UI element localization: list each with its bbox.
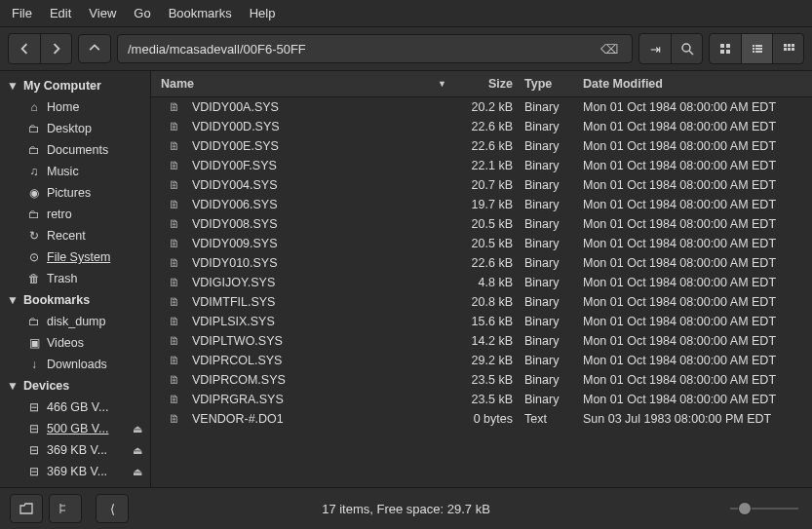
- file-row[interactable]: 🗎VDIDY008.SYS20.5 kBBinaryMon 01 Oct 198…: [151, 214, 812, 234]
- folder-icon: 🗀: [27, 143, 41, 157]
- eject-icon[interactable]: ⏏: [133, 423, 142, 435]
- clear-path-icon[interactable]: ⌫: [597, 42, 622, 57]
- file-row[interactable]: 🗎VDIGIJOY.SYS4.8 kBBinaryMon 01 Oct 1984…: [151, 273, 812, 292]
- file-type: Binary: [524, 393, 583, 406]
- tree-button[interactable]: [49, 494, 82, 523]
- sidebar-item-devices-0[interactable]: ⊟466 GB V...: [0, 397, 150, 418]
- sidebar-item-label: Trash: [47, 272, 78, 285]
- svg-rect-9: [755, 48, 762, 50]
- svg-rect-4: [720, 50, 724, 54]
- sidebar-item-label: 369 KB V...: [47, 443, 107, 457]
- file-icon: 🗎: [169, 393, 184, 406]
- file-row[interactable]: 🗎VDIPLTWO.SYS14.2 kBBinaryMon 01 Oct 198…: [151, 331, 812, 351]
- places-button[interactable]: [10, 494, 43, 523]
- icon-view-button[interactable]: [710, 34, 741, 63]
- file-row[interactable]: 🗎VDIDY009.SYS20.5 kBBinaryMon 01 Oct 198…: [151, 234, 812, 253]
- file-row[interactable]: 🗎VDIPRCOM.SYS23.5 kBBinaryMon 01 Oct 198…: [151, 370, 812, 390]
- sidebar-item-mycomputer-6[interactable]: ↻Recent: [0, 225, 150, 246]
- zoom-slider[interactable]: [730, 508, 798, 510]
- menu-file[interactable]: File: [12, 6, 32, 20]
- svg-rect-2: [720, 44, 724, 48]
- menu-help[interactable]: Help: [250, 6, 276, 20]
- file-row[interactable]: 🗎VDIDY00A.SYS20.2 kBBinaryMon 01 Oct 198…: [151, 97, 812, 117]
- music-icon: ♫: [27, 165, 41, 178]
- menu-edit[interactable]: Edit: [50, 6, 71, 20]
- home-icon: ⌂: [27, 100, 41, 114]
- sidebar-item-bookmarks-2[interactable]: ↓Downloads: [0, 354, 150, 375]
- column-size[interactable]: Size: [456, 77, 524, 91]
- file-row[interactable]: 🗎VDIPRGRA.SYS23.5 kBBinaryMon 01 Oct 198…: [151, 390, 812, 409]
- compact-view-button[interactable]: [772, 34, 803, 63]
- eject-icon[interactable]: ⏏: [133, 444, 142, 457]
- sidebar-item-mycomputer-5[interactable]: 🗀retro: [0, 204, 150, 225]
- search-button[interactable]: [671, 34, 702, 63]
- file-row[interactable]: 🗎VDIMTFIL.SYS20.8 kBBinaryMon 01 Oct 198…: [151, 292, 812, 312]
- sidebar-item-devices-2[interactable]: ⊟369 KB V...⏏: [0, 439, 150, 461]
- file-type: Binary: [524, 237, 583, 250]
- location-bar[interactable]: /media/mcasadevall/00F6-50FF ⌫: [117, 34, 633, 63]
- drive-icon: ⊟: [27, 443, 41, 457]
- file-size: 15.6 kB: [456, 315, 524, 328]
- file-size: 22.6 kB: [456, 120, 524, 133]
- sidebar-item-bookmarks-0[interactable]: 🗀disk_dump: [0, 311, 150, 332]
- file-name: VDIDY010.SYS: [192, 256, 456, 270]
- file-size: 20.7 kB: [456, 178, 524, 192]
- file-name: VDIDY00E.SYS: [192, 139, 456, 153]
- file-date: Mon 01 Oct 1984 08:00:00 AM EDT: [583, 295, 802, 309]
- file-row[interactable]: 🗎VDIDY006.SYS19.7 kBBinaryMon 01 Oct 198…: [151, 195, 812, 214]
- sidebar-section-devices[interactable]: ▼Devices: [0, 375, 150, 397]
- svg-rect-16: [788, 48, 791, 51]
- menu-view[interactable]: View: [89, 6, 116, 20]
- menu-bookmarks[interactable]: Bookmarks: [169, 6, 232, 20]
- file-icon: 🗎: [169, 295, 184, 309]
- file-row[interactable]: 🗎VDIPLSIX.SYS15.6 kBBinaryMon 01 Oct 198…: [151, 312, 812, 331]
- recent-icon: ↻: [27, 229, 41, 243]
- svg-rect-7: [755, 45, 762, 47]
- file-row[interactable]: 🗎VDIDY00E.SYS22.6 kBBinaryMon 01 Oct 198…: [151, 136, 812, 156]
- sidebar-item-label: retro: [47, 208, 72, 221]
- file-icon: 🗎: [169, 139, 184, 153]
- sidebar-item-mycomputer-0[interactable]: ⌂Home: [0, 96, 150, 118]
- file-row[interactable]: 🗎VENDOR-#.DO10 bytesTextSun 03 Jul 1983 …: [151, 409, 812, 429]
- path-text: /media/mcasadevall/00F6-50FF: [128, 42, 597, 57]
- file-list[interactable]: 🗎VDIDY00A.SYS20.2 kBBinaryMon 01 Oct 198…: [151, 97, 812, 487]
- disk-icon: ⊙: [27, 250, 41, 264]
- file-row[interactable]: 🗎VDIDY00D.SYS22.6 kBBinaryMon 01 Oct 198…: [151, 117, 812, 136]
- forward-button[interactable]: [40, 34, 71, 63]
- menu-go[interactable]: Go: [134, 6, 150, 20]
- sidebar-section-bookmarks[interactable]: ▼Bookmarks: [0, 289, 150, 311]
- sidebar-item-mycomputer-7[interactable]: ⊙File System: [0, 246, 150, 268]
- folder-icon: 🗀: [27, 315, 41, 328]
- sidebar-item-mycomputer-1[interactable]: 🗀Desktop: [0, 118, 150, 139]
- file-date: Mon 01 Oct 1984 08:00:00 AM EDT: [583, 120, 802, 133]
- sidebar-item-mycomputer-4[interactable]: ◉Pictures: [0, 182, 150, 204]
- sidebar-item-mycomputer-3[interactable]: ♫Music: [0, 161, 150, 182]
- up-button[interactable]: [78, 34, 111, 63]
- sidebar-item-devices-3[interactable]: ⊟369 KB V...⏏: [0, 461, 150, 482]
- column-type[interactable]: Type: [524, 77, 583, 91]
- file-name: VDIMTFIL.SYS: [192, 295, 456, 309]
- file-row[interactable]: 🗎VDIDY010.SYS22.6 kBBinaryMon 01 Oct 198…: [151, 253, 812, 273]
- file-row[interactable]: 🗎VDIDY004.SYS20.7 kBBinaryMon 01 Oct 198…: [151, 175, 812, 195]
- sidebar-item-bookmarks-1[interactable]: ▣Videos: [0, 332, 150, 354]
- sidebar-item-devices-1[interactable]: ⊟500 GB V...⏏: [0, 418, 150, 439]
- file-date: Mon 01 Oct 1984 08:00:00 AM EDT: [583, 334, 802, 348]
- sidebar-item-mycomputer-8[interactable]: 🗑Trash: [0, 268, 150, 289]
- sidebar-item-mycomputer-2[interactable]: 🗀Documents: [0, 139, 150, 161]
- file-size: 20.5 kB: [456, 217, 524, 231]
- sidebar-section-mycomputer[interactable]: ▼My Computer: [0, 75, 150, 96]
- toggle-path-button[interactable]: ⇥: [639, 34, 671, 63]
- close-sidebar-button[interactable]: ⟨: [96, 494, 129, 523]
- file-name: VDIDY006.SYS: [192, 198, 456, 211]
- file-row[interactable]: 🗎VDIDY00F.SYS22.1 kBBinaryMon 01 Oct 198…: [151, 156, 812, 175]
- back-button[interactable]: [9, 34, 40, 63]
- statusbar: ⟨ 17 items, Free space: 29.7 kB: [0, 487, 812, 529]
- column-date[interactable]: Date Modified: [583, 77, 802, 91]
- file-size: 19.7 kB: [456, 198, 524, 211]
- column-name[interactable]: Name▼: [161, 77, 456, 91]
- column-headers: Name▼ Size Type Date Modified: [151, 71, 812, 97]
- file-name: VDIDY008.SYS: [192, 217, 456, 231]
- file-row[interactable]: 🗎VDIPRCOL.SYS29.2 kBBinaryMon 01 Oct 198…: [151, 351, 812, 370]
- eject-icon[interactable]: ⏏: [133, 466, 142, 478]
- list-view-button[interactable]: [741, 34, 772, 63]
